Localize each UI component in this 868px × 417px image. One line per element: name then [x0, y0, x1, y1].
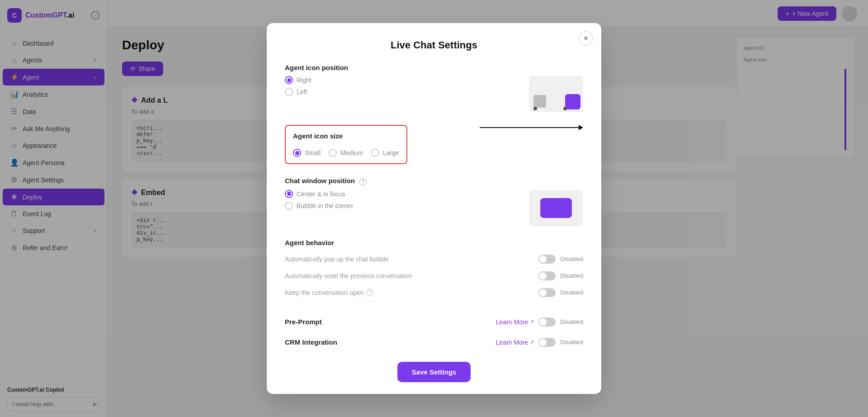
- position-left-option[interactable]: Left: [285, 88, 522, 96]
- crm-toggle[interactable]: [538, 338, 556, 347]
- position-left-label: Left: [297, 88, 307, 95]
- close-button[interactable]: ×: [579, 31, 593, 46]
- crm-status: Disabled: [560, 339, 583, 346]
- keep-open-label: Keep the conversation open ?: [285, 289, 373, 296]
- chat-window-help-icon[interactable]: ?: [359, 178, 367, 185]
- pre-prompt-label: Pre-Prompt: [285, 318, 322, 326]
- preview-dot-left: [533, 107, 537, 110]
- crm-label: CRM Integration: [285, 338, 337, 346]
- size-medium-option[interactable]: Medium: [329, 149, 363, 157]
- chat-center-radio[interactable]: [285, 190, 293, 198]
- keep-open-help-icon[interactable]: ?: [366, 289, 373, 296]
- auto-popup-status: Disabled: [560, 256, 583, 262]
- icon-position-row: Right Left: [285, 76, 583, 112]
- auto-popup-label: Automatically pop up the chat bubble: [285, 256, 389, 263]
- size-large-option[interactable]: Large: [371, 149, 399, 157]
- pre-prompt-controls: Learn More ↗ Disabled: [496, 317, 583, 327]
- size-large-radio[interactable]: [371, 149, 379, 157]
- pre-prompt-row: Pre-Prompt Learn More ↗ Disabled: [285, 314, 583, 331]
- chat-bubble-label: Bubble in the corner: [297, 202, 353, 209]
- icon-size-box: Agent icon size Small Medium Large: [285, 125, 407, 164]
- arrow-line: [480, 127, 579, 128]
- chat-bubble-radio[interactable]: [285, 202, 293, 210]
- chat-window-preview: [529, 190, 583, 226]
- chat-window-group: Chat window position ? Center & in focus…: [285, 177, 583, 226]
- keep-open-status: Disabled: [560, 289, 583, 296]
- auto-reset-label: Automatically reset the previous convers…: [285, 272, 412, 280]
- preview-purple-square: [565, 94, 580, 109]
- preview-gray-square: [533, 95, 546, 108]
- agent-behavior-label: Agent behavior: [285, 239, 583, 246]
- icon-position-preview: [529, 76, 583, 112]
- preview-chat-inner: [540, 198, 572, 218]
- icon-position-label: Agent icon position: [285, 64, 583, 71]
- chat-window-label: Chat window position ?: [285, 177, 583, 185]
- size-small-radio[interactable]: [293, 149, 301, 157]
- pre-prompt-external-icon: ↗: [530, 319, 534, 325]
- size-medium-radio[interactable]: [329, 149, 337, 157]
- crm-learn-more[interactable]: Learn More ↗: [496, 339, 534, 346]
- size-medium-label: Medium: [340, 149, 363, 156]
- icon-position-options: Right Left: [285, 76, 522, 100]
- auto-popup-toggle[interactable]: [538, 255, 556, 264]
- position-left-radio[interactable]: [285, 88, 293, 96]
- icon-size-label: Agent icon size: [293, 132, 399, 140]
- pre-prompt-learn-more[interactable]: Learn More ↗: [496, 318, 534, 326]
- keep-open-controls: Disabled: [538, 288, 583, 297]
- auto-reset-row: Automatically reset the previous convers…: [285, 268, 583, 284]
- modal-overlay: × Live Chat Settings Agent icon position…: [0, 0, 868, 417]
- chat-center-option[interactable]: Center & in focus: [285, 190, 522, 198]
- pre-prompt-status: Disabled: [560, 318, 583, 325]
- auto-reset-status: Disabled: [560, 272, 583, 279]
- live-chat-settings-modal: × Live Chat Settings Agent icon position…: [267, 23, 601, 394]
- keep-open-row: Keep the conversation open ? Disabled: [285, 284, 583, 301]
- position-right-radio[interactable]: [285, 76, 293, 84]
- auto-reset-controls: Disabled: [538, 271, 583, 280]
- icon-size-row: Agent icon size Small Medium Large: [285, 125, 583, 164]
- size-small-label: Small: [305, 149, 321, 156]
- pre-prompt-toggle[interactable]: [538, 317, 556, 327]
- position-right-option[interactable]: Right: [285, 76, 522, 84]
- chat-center-label: Center & in focus: [297, 190, 345, 198]
- agent-behavior-group: Agent behavior Automatically pop up the …: [285, 239, 583, 301]
- position-right-label: Right: [297, 76, 311, 84]
- size-small-option[interactable]: Small: [293, 149, 321, 157]
- icon-position-preview-box: [529, 76, 583, 112]
- icon-size-group: Agent icon size Small Medium Large: [285, 125, 583, 164]
- modal-title: Live Chat Settings: [285, 39, 583, 51]
- chat-window-preview-box: [529, 190, 583, 226]
- chat-window-row: Center & in focus Bubble in the corner: [285, 190, 583, 226]
- size-large-label: Large: [383, 149, 399, 156]
- preview-dot-right: [563, 107, 567, 110]
- crm-external-icon: ↗: [530, 339, 534, 345]
- chat-window-options: Center & in focus Bubble in the corner: [285, 190, 522, 213]
- keep-open-toggle[interactable]: [538, 288, 556, 297]
- auto-popup-controls: Disabled: [538, 255, 583, 264]
- crm-controls: Learn More ↗ Disabled: [496, 338, 583, 347]
- auto-reset-toggle[interactable]: [538, 271, 556, 280]
- auto-popup-row: Automatically pop up the chat bubble Dis…: [285, 251, 583, 268]
- save-settings-button[interactable]: Save Settings: [397, 362, 471, 382]
- size-arrow: [480, 125, 583, 130]
- chat-bubble-option[interactable]: Bubble in the corner: [285, 202, 522, 210]
- crm-row: CRM Integration Learn More ↗ Disabled: [285, 334, 583, 351]
- icon-position-group: Agent icon position Right Left: [285, 64, 583, 112]
- icon-size-options: Small Medium Large: [293, 149, 399, 157]
- arrowhead: [579, 125, 583, 130]
